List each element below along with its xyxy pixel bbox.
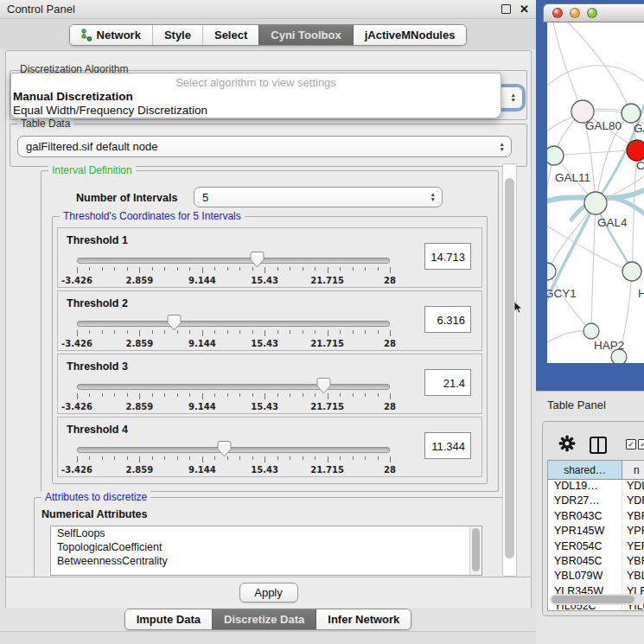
slider-thumb[interactable] xyxy=(167,314,182,335)
network-node-label: C xyxy=(636,159,644,172)
tick-label: 15.43 xyxy=(251,339,278,348)
network-node-hap2[interactable] xyxy=(583,323,599,339)
attributes-scrollbar[interactable] xyxy=(469,526,481,575)
threshold-value-field[interactable]: 14.713 xyxy=(424,243,471,270)
tick-mark xyxy=(164,267,165,271)
slider-track[interactable] xyxy=(77,321,390,327)
cell-shared-name: YBR043C xyxy=(548,510,622,525)
table-row[interactable]: YBL079WYBL0 xyxy=(548,570,644,584)
mac-zoom-button[interactable] xyxy=(587,8,597,18)
checkbox-icon[interactable]: ✓ xyxy=(638,439,644,450)
tick-label: -3.426 xyxy=(61,402,92,411)
tick-mark xyxy=(102,456,103,460)
tick-mark xyxy=(214,393,215,397)
attribute-item-betweennesscentrality[interactable]: BetweennessCentrality xyxy=(51,554,481,568)
network-window-titlebar[interactable] xyxy=(543,3,644,22)
network-node-c[interactable] xyxy=(627,140,644,161)
cell-shared-name: YBR045C xyxy=(548,555,622,570)
apply-button[interactable]: Apply xyxy=(239,583,298,603)
slider-track[interactable] xyxy=(77,384,390,390)
panel-scrollbar[interactable] xyxy=(502,163,517,577)
tick-mark xyxy=(365,456,366,460)
tick-label: 28 xyxy=(384,465,396,475)
tick-mark xyxy=(114,393,115,397)
algorithm-option-equal-width-frequency-discretization[interactable]: Equal Width/Frequency Discretization xyxy=(11,103,501,117)
table-panel-bar: Table Panel xyxy=(536,391,644,418)
table-panel-window: ✓ ✓ shared… n YDL19…YDL1YDR27…YDR2YBR043… xyxy=(542,421,644,616)
threshold-panel-3: Threshold 3-3.4262.8599.14415.4321.71528… xyxy=(57,354,482,414)
column-header-shared-name[interactable]: shared… xyxy=(548,461,622,479)
tab-infer-network[interactable]: Infer Network xyxy=(316,609,411,629)
tab-label: Cyni Toolbox xyxy=(271,29,341,41)
attribute-item-topologicalcoefficient[interactable]: TopologicalCoefficient xyxy=(51,540,481,554)
tick-mark xyxy=(89,330,90,334)
column-layout-icon[interactable] xyxy=(590,437,607,454)
tab-jactivemnodules[interactable]: jActiveMNodules xyxy=(353,25,467,45)
slider-track[interactable] xyxy=(77,258,390,264)
tick-mark xyxy=(202,330,203,336)
threshold-value-field[interactable]: 6.316 xyxy=(424,306,471,333)
control-panel-tabs: NetworkStyleSelectCyni ToolboxjActiveMNo… xyxy=(69,24,468,46)
tab-style[interactable]: Style xyxy=(152,25,202,45)
tick-mark xyxy=(164,456,165,460)
table-data-combo-value: galFiltered.sif default node xyxy=(26,140,157,153)
network-node-ga[interactable] xyxy=(622,104,641,123)
tick-mark xyxy=(114,456,115,460)
threshold-label: Threshold 3 xyxy=(67,360,128,373)
threshold-value-field[interactable]: 11.344 xyxy=(424,432,471,459)
mac-close-button[interactable] xyxy=(552,8,563,18)
network-canvas[interactable]: GAL80GACGAL11GAL4GCY1HHAP2 xyxy=(547,22,644,363)
tick-mark xyxy=(277,393,278,397)
column-header-name[interactable]: n xyxy=(622,461,644,479)
tick-mark xyxy=(340,393,341,397)
table-data-combo[interactable]: galFiltered.sif default node ▲▼ xyxy=(17,136,512,157)
tab-cyni-toolbox[interactable]: Cyni Toolbox xyxy=(258,25,352,45)
float-window-icon[interactable] xyxy=(501,4,511,14)
tick-mark xyxy=(152,267,153,271)
network-node-gcy1[interactable] xyxy=(547,263,556,280)
tick-mark xyxy=(353,393,354,397)
network-node-gal11[interactable] xyxy=(547,146,564,165)
tab-select[interactable]: Select xyxy=(202,25,258,45)
tick-mark xyxy=(77,393,78,399)
tick-mark xyxy=(378,330,379,334)
tick-mark xyxy=(77,330,78,336)
table-row[interactable]: YDL19…YDL1 xyxy=(548,480,644,494)
threshold-slider-2: -3.4262.8599.14415.4321.71528 xyxy=(77,316,390,348)
tick-mark xyxy=(303,330,303,334)
algorithm-option-manual-discretization[interactable]: Manual Discretization xyxy=(11,89,501,103)
table-row[interactable]: YDR27…YDR2 xyxy=(548,494,644,509)
tick-label: 28 xyxy=(384,339,396,348)
close-icon[interactable]: ✕ xyxy=(520,3,529,15)
table-horizontal-scrollbar[interactable] xyxy=(550,594,644,605)
slider-track[interactable] xyxy=(77,447,390,453)
table-row[interactable]: YBR045CYBR0 xyxy=(548,555,644,570)
tab-network[interactable]: Network xyxy=(70,25,152,45)
numerical-attributes-heading: Numerical Attributes xyxy=(41,508,147,520)
slider-thumb[interactable] xyxy=(217,440,232,461)
tab-impute-data[interactable]: Impute Data xyxy=(125,609,212,629)
checkbox-icon[interactable]: ✓ xyxy=(626,439,636,450)
network-node-label: GAL4 xyxy=(597,216,628,229)
tab-discretize-data[interactable]: Discretize Data xyxy=(212,609,316,629)
threshold-value-field[interactable]: 21.4 xyxy=(424,369,471,396)
tick-mark xyxy=(340,330,341,334)
table-row[interactable]: YER054CYER0 xyxy=(548,540,644,555)
mac-minimize-button[interactable] xyxy=(570,8,580,18)
number-of-intervals-combo[interactable]: 5 ▲▼ xyxy=(194,187,443,207)
tick-mark xyxy=(227,330,228,334)
tick-mark xyxy=(127,456,128,460)
slider-thumb[interactable] xyxy=(316,377,331,398)
tick-mark xyxy=(177,267,178,271)
gear-icon[interactable] xyxy=(558,435,576,452)
table-row[interactable]: YPR145WYPR1 xyxy=(548,525,644,539)
network-node-gal4[interactable] xyxy=(584,192,607,214)
tick-mark xyxy=(89,267,90,271)
tick-mark xyxy=(202,267,203,273)
tick-mark xyxy=(239,393,240,397)
network-node-h[interactable] xyxy=(622,262,641,281)
table-row[interactable]: YBR043CYBR0 xyxy=(548,510,644,525)
attribute-item-selfloops[interactable]: SelfLoops xyxy=(51,526,481,540)
network-node[interactable] xyxy=(611,349,627,363)
slider-thumb[interactable] xyxy=(250,251,265,271)
